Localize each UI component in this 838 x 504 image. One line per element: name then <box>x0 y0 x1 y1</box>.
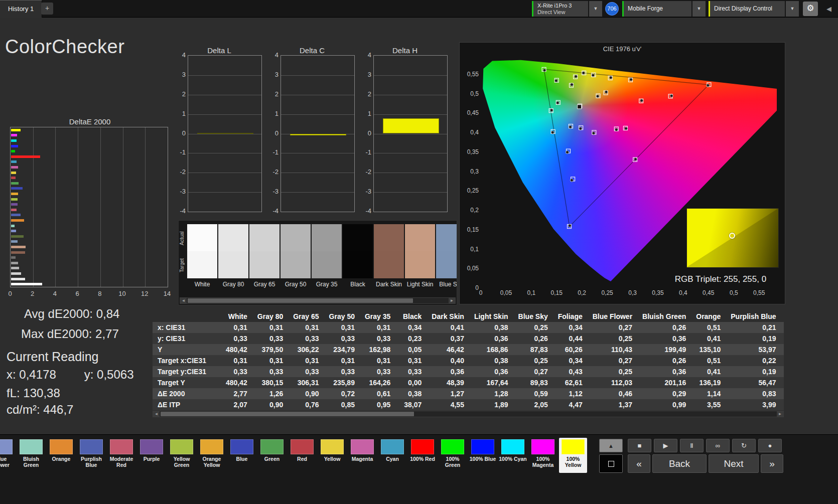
history-tab[interactable]: History 1 <box>0 0 42 18</box>
continuous-read-button[interactable]: ∞ <box>706 439 730 452</box>
current-reading-label: Current Reading <box>7 350 98 364</box>
skip-back-button[interactable]: « <box>628 454 650 473</box>
x-tick-label: 0 <box>4 290 16 297</box>
patch-button-label: 100% Red <box>408 454 437 462</box>
deltae2000-chart: DeltaE 2000 02468101214 <box>9 117 171 299</box>
scrollbar-track[interactable] <box>187 298 449 303</box>
strip-patch-gray-80: Gray 80 <box>218 224 248 288</box>
table-cell: 87,83 <box>515 344 555 355</box>
patch-button-cyan[interactable]: Cyan <box>378 438 406 473</box>
gridline <box>374 134 447 134</box>
y-tick-label: 0,35 <box>462 148 479 155</box>
patch-button-bluish-green[interactable]: Bluish Green <box>17 438 45 473</box>
patch-button-orange-yellow[interactable]: Orange Yellow <box>198 438 226 473</box>
measured-point <box>571 83 574 86</box>
patch-button-blue[interactable]: Blue <box>228 438 256 473</box>
scrollbar-thumb[interactable] <box>188 298 413 303</box>
patch-button-100-yellow[interactable]: 100% Yellow <box>559 438 587 473</box>
repeat-read-button[interactable]: ↻ <box>732 439 756 452</box>
table-row-target-y-cie31: Target y:CIE310,330,330,330,330,330,330,… <box>153 366 784 377</box>
meter-selector[interactable]: X-Rite i1Pro 3 Direct View <box>532 1 588 17</box>
bar-100-blue <box>11 145 18 147</box>
scroll-left-icon[interactable]: ◄ <box>180 298 187 303</box>
calman-window: History 1 + X-Rite i1Pro 3 Direct View ▼… <box>0 0 838 504</box>
patch-button-yellow-green[interactable]: Yellow Green <box>168 438 196 473</box>
back-button[interactable]: Back <box>652 454 707 473</box>
patch-swatch <box>291 439 314 454</box>
y-tick-label: 0,45 <box>462 109 479 116</box>
patch-button-blue-flower[interactable]: Blue Flower <box>0 438 15 473</box>
play-button[interactable]: ▶ <box>654 439 677 452</box>
gear-icon: ⚙ <box>806 4 814 13</box>
patch-button-red[interactable]: Red <box>288 438 316 473</box>
bar-foliage <box>11 235 24 238</box>
patch-swatch <box>471 439 494 454</box>
patch-button-green[interactable]: Green <box>258 438 286 473</box>
current-fl: fL: 130,38 <box>7 386 60 400</box>
meter-dropdown[interactable]: ▼ <box>589 1 602 17</box>
table-cell: 0,83 <box>728 388 783 399</box>
display-control-selector[interactable]: Direct Display Control <box>709 1 785 17</box>
y-tick-label: 2 <box>177 90 186 98</box>
display-control-dropdown[interactable]: ▼ <box>786 1 799 17</box>
bar-yellow <box>11 172 16 174</box>
actual-swatch <box>249 224 280 251</box>
settings-button[interactable]: ⚙ <box>803 2 818 16</box>
table-cell: 0,31 <box>254 322 290 333</box>
source-selector[interactable]: Mobile Forge <box>622 1 691 17</box>
patch-button-purplish-blue[interactable]: Purplish Blue <box>77 438 105 473</box>
column-header-dark-skin: Dark Skin <box>429 311 471 322</box>
patch-button-100-green[interactable]: 100% Green <box>439 438 467 473</box>
measured-point <box>582 71 585 74</box>
table-cell: 53,97 <box>728 344 783 355</box>
column-header-bluish-green: Bluish Green <box>639 311 693 322</box>
collapse-panel-button[interactable]: ◀ <box>824 4 834 14</box>
scrollbar-thumb[interactable] <box>161 412 414 416</box>
bar-100-green <box>11 150 15 152</box>
y-tick-label: -4 <box>177 207 186 215</box>
patch-button-magenta[interactable]: Magenta <box>348 438 376 473</box>
patch-swatch <box>562 439 585 454</box>
stop-button[interactable]: ■ <box>628 439 651 452</box>
table-cell: 0,25 <box>515 355 555 366</box>
bar-dark-skin <box>11 251 25 254</box>
patch-button-100-magenta[interactable]: 100% Magenta <box>529 438 557 473</box>
measured-point <box>640 99 643 102</box>
patch-button-100-red[interactable]: 100% Red <box>408 438 437 473</box>
collapse-patchbar-button[interactable]: ▲ <box>599 439 623 452</box>
source-name: Mobile Forge <box>628 5 663 12</box>
table-cell: 56,47 <box>728 377 783 388</box>
add-tab-button[interactable]: + <box>41 3 53 15</box>
patch-window-button[interactable] <box>599 454 623 473</box>
patch-button-label: Blue <box>228 454 256 462</box>
table-scrollbar[interactable]: ◄ ► <box>153 411 784 417</box>
source-dropdown[interactable]: ▼ <box>692 1 706 17</box>
strip-patch-label: Blue Sky <box>436 278 457 288</box>
scrollbar-track[interactable] <box>160 411 777 417</box>
chevron-down-icon: ▼ <box>594 6 598 11</box>
patch-button-purple[interactable]: Purple <box>137 438 166 473</box>
cie-diagram-panel: CIE 1976 u'v' 0,550,50,450,40,350,30,250… <box>459 42 785 304</box>
next-button[interactable]: Next <box>709 454 759 473</box>
y-tick-label: 0,25 <box>462 187 479 194</box>
y-tick-label: 2 <box>362 90 371 98</box>
pause-button[interactable]: Ⅱ <box>680 439 704 452</box>
skip-forward-button[interactable]: » <box>761 454 783 473</box>
row-label: Target y:CIE31 <box>153 366 223 377</box>
patch-button-100-cyan[interactable]: 100% Cyan <box>499 438 527 473</box>
patch-button-100-blue[interactable]: 100% Blue <box>469 438 497 473</box>
strip-patch-light-skin: Light Skin <box>405 224 435 288</box>
single-read-button[interactable]: ● <box>758 439 782 452</box>
bar-gray-65 <box>11 272 21 275</box>
actual-swatch <box>436 224 457 251</box>
target-swatch <box>343 251 373 278</box>
scroll-left-icon[interactable]: ◄ <box>153 411 160 417</box>
patch-button-yellow[interactable]: Yellow <box>318 438 346 473</box>
scroll-right-icon[interactable]: ► <box>777 411 783 417</box>
patch-button-moderate-red[interactable]: Moderate Red <box>107 438 135 473</box>
bar-moderate-red <box>11 209 17 211</box>
scroll-right-icon[interactable]: ► <box>449 298 455 303</box>
y-tick-label: 0,05 <box>462 265 479 272</box>
patch-strip-scrollbar[interactable]: ◄ ► <box>180 297 456 304</box>
patch-button-orange[interactable]: Orange <box>47 438 75 473</box>
